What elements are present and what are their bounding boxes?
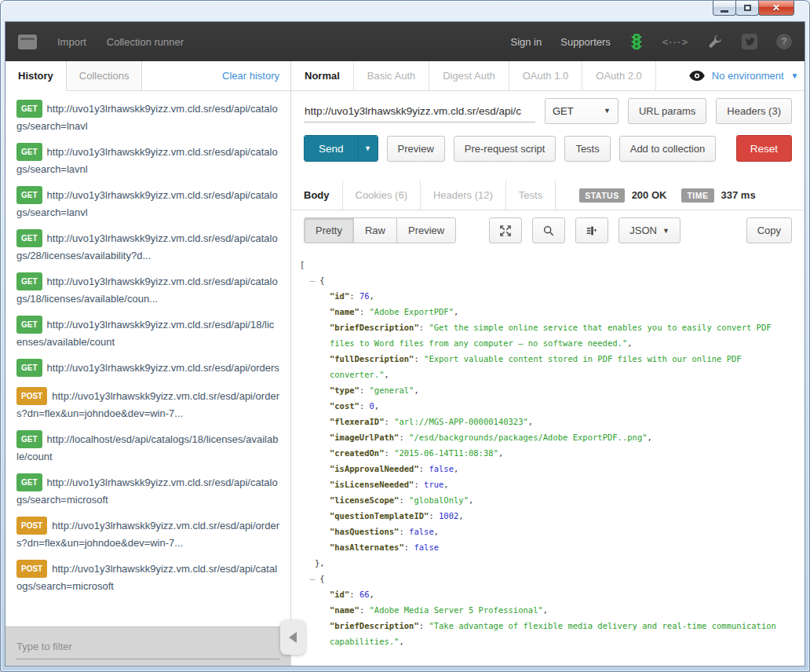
method-badge: GET (16, 359, 42, 377)
expand-icon (500, 225, 511, 237)
preview-button[interactable]: Preview (387, 136, 445, 162)
history-item[interactable]: GEThttp://uvo1y3lrhawskk9yizz.vm.cld.sr/… (5, 267, 290, 310)
history-url: http://uvo1y3lrhawskk9yizz.vm.cld.sr/esd… (16, 276, 278, 305)
clear-history-link[interactable]: Clear history (222, 70, 290, 82)
view-mode-raw[interactable]: Raw (353, 217, 397, 243)
json-line: "fullDescription": "Export valuable cont… (300, 351, 797, 367)
history-url: http://localhost/esd/api/catalogs/18/lic… (16, 433, 278, 462)
history-item[interactable]: GEThttp://uvo1y3lrhawskk9yizz.vm.cld.sr/… (5, 137, 290, 181)
add-to-collection-button[interactable]: Add to collection (619, 136, 716, 162)
history-item[interactable]: GEThttp://uvo1y3lrhawskk9yizz.vm.cld.sr/… (5, 310, 290, 353)
tab-basic-auth[interactable]: Basic Auth (354, 61, 429, 90)
tab-oauth-2-0[interactable]: OAuth 2.0 (582, 61, 656, 90)
fullscreen-button[interactable] (489, 217, 522, 243)
method-badge: GET (16, 229, 42, 247)
restore-button[interactable] (735, 1, 759, 16)
json-line: "isApprovalNeeded": false, (300, 461, 797, 477)
response-tabs: BodyCookies (6)Headers (12)Tests (291, 181, 556, 210)
method-badge: GET (16, 272, 42, 290)
sidebar-toggle-icon[interactable] (18, 35, 37, 49)
history-item[interactable]: GEThttp://uvo1y3lrhawskk9yizz.vm.cld.sr/… (5, 181, 290, 224)
url-params-button[interactable]: URL params (628, 98, 706, 124)
json-line: "briefDescription": "Get the simple onli… (300, 320, 797, 335)
format-select[interactable]: JSON ▼ (618, 217, 680, 243)
headers-button[interactable]: Headers (3) (716, 98, 792, 124)
view-mode-group: PrettyRawPreview (304, 217, 456, 243)
restore-icon (744, 5, 751, 11)
send-button[interactable]: Send ▼ (304, 135, 378, 162)
chevron-down-icon: ▼ (662, 227, 670, 235)
history-url: http://uvo1y3lrhawskk9yizz.vm.cld.sr/esd… (16, 390, 279, 419)
wrench-icon[interactable] (707, 34, 723, 49)
collection-runner-button[interactable]: Collection runner (107, 36, 184, 48)
history-url: http://uvo1y3lrhawskk9yizz.vm.cld.sr/esd… (16, 477, 278, 506)
environment-selector[interactable]: No environment ▼ (689, 61, 799, 90)
sidebar-tabs: History Collections Clear history (5, 61, 290, 91)
filter-input[interactable] (16, 634, 279, 659)
window-titlebar[interactable]: ✕ (5, 1, 805, 21)
response-tab-cookies-6[interactable]: Cookies (6) (343, 181, 421, 210)
history-url: http://uvo1y3lrhawskk9yizz.vm.cld.sr/esd… (16, 103, 278, 132)
method-badge: POST (16, 387, 47, 405)
json-line: [ (300, 257, 797, 272)
sign-in-button[interactable]: Sign in (510, 36, 542, 48)
tab-collections[interactable]: Collections (67, 61, 143, 90)
close-icon: ✕ (772, 2, 780, 13)
indent-button[interactable] (575, 217, 608, 243)
history-url: http://uvo1y3lrhawskk9yizz.vm.cld.sr/esd… (16, 232, 278, 261)
history-url: http://uvo1y3lrhawskk9yizz.vm.cld.sr/esd… (16, 520, 279, 549)
json-line: capabilities.", (300, 634, 797, 649)
tab-history[interactable]: History (5, 61, 67, 91)
app-window: ✕ Import Collection runner Sign in Suppo… (0, 0, 810, 672)
method-badge: POST (16, 517, 47, 535)
history-item[interactable]: GEThttp://uvo1y3lrhawskk9yizz.vm.cld.sr/… (5, 353, 290, 382)
request-panel: NormalBasic AuthDigest AuthOAuth 1.0OAut… (291, 61, 805, 666)
json-line: "isLicenseNeeded": true, (300, 477, 797, 492)
interceptor-traffic-light-icon[interactable] (629, 33, 644, 50)
twitter-icon[interactable] (742, 34, 757, 49)
history-item[interactable]: POSThttp://uvo1y3lrhawskk9yizz.vm.cld.sr… (5, 554, 290, 597)
prerequest-script-button[interactable]: Pre-request script (454, 136, 556, 162)
minimize-button[interactable] (713, 1, 736, 16)
format-value: JSON (629, 225, 657, 236)
tab-oauth-1-0[interactable]: OAuth 1.0 (509, 61, 583, 90)
reset-button[interactable]: Reset (736, 135, 792, 162)
view-mode-pretty[interactable]: Pretty (304, 217, 354, 243)
copy-button[interactable]: Copy (746, 217, 792, 243)
json-line: – { (300, 272, 797, 288)
tests-button[interactable]: Tests (564, 136, 610, 162)
environment-label: No environment (712, 70, 784, 82)
json-response-viewer[interactable]: [ – { "id": 76, "name": "Adobe ExportPDF… (291, 247, 805, 666)
status-badge: STATUS (579, 188, 624, 203)
request-url-input[interactable] (304, 100, 535, 122)
response-tab-body[interactable]: Body (291, 181, 343, 210)
search-button[interactable] (532, 217, 565, 243)
close-button[interactable]: ✕ (758, 1, 794, 16)
send-dropdown-caret[interactable]: ▼ (358, 136, 378, 161)
history-list: GEThttp://uvo1y3lrhawskk9yizz.vm.cld.sr/… (5, 91, 290, 626)
history-item[interactable]: POSThttp://uvo1y3lrhawskk9yizz.vm.cld.sr… (5, 382, 290, 425)
method-badge: GET (16, 316, 42, 334)
json-line: "flexeraID": "arl://MGS-APP-00000140323"… (300, 414, 797, 429)
method-value: GET (553, 105, 574, 117)
json-line: "briefDescription": "Take advantage of f… (300, 618, 797, 634)
response-tab-tests[interactable]: Tests (506, 181, 556, 210)
view-mode-preview[interactable]: Preview (396, 217, 456, 243)
history-url: http://uvo1y3lrhawskk9yizz.vm.cld.sr/esd… (47, 362, 279, 374)
history-item[interactable]: GEThttp://uvo1y3lrhawskk9yizz.vm.cld.sr/… (5, 468, 290, 511)
minimize-icon (721, 10, 728, 13)
method-select[interactable]: GET ▼ (545, 98, 618, 124)
chevron-down-icon: ▼ (604, 107, 611, 115)
history-item[interactable]: POSThttp://uvo1y3lrhawskk9yizz.vm.cld.sr… (5, 511, 290, 554)
supporters-button[interactable]: Supporters (560, 36, 611, 48)
help-icon[interactable]: ? (776, 34, 792, 49)
history-item[interactable]: GEThttp://localhost/esd/api/catalogs/18/… (5, 425, 290, 468)
sidebar-collapse-handle[interactable] (280, 620, 305, 655)
history-item[interactable]: GEThttp://uvo1y3lrhawskk9yizz.vm.cld.sr/… (5, 224, 290, 267)
import-button[interactable]: Import (57, 36, 86, 48)
code-icon[interactable]: <···> (662, 36, 688, 48)
tab-digest-auth[interactable]: Digest Auth (429, 61, 509, 90)
tab-normal[interactable]: Normal (291, 61, 354, 90)
history-item[interactable]: GEThttp://uvo1y3lrhawskk9yizz.vm.cld.sr/… (5, 94, 290, 137)
response-tab-headers-12[interactable]: Headers (12) (421, 181, 506, 210)
